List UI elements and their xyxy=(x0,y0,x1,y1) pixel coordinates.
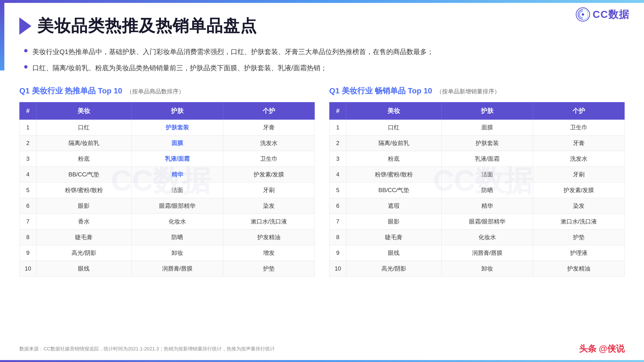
table2-col-skincare: 护肤 xyxy=(441,102,533,119)
table-row: 7眼影眼霜/眼部精华漱口水/洗口液 xyxy=(330,214,625,229)
table-cell: 洗发水 xyxy=(533,151,624,167)
table2-block: Q1 美妆行业 畅销单品 Top 10 （按单品新增销量排序） # 美妆 护肤 … xyxy=(329,86,625,277)
table-cell: 护垫 xyxy=(223,261,314,276)
table-cell: 牙膏 xyxy=(533,135,624,151)
table-cell: 隔离/妆前乳 xyxy=(36,135,132,151)
table2-subtitle: （按单品新增销量排序） xyxy=(436,88,500,95)
left-accent-bar xyxy=(0,3,4,70)
table-cell: 眼霜/眼部精华 xyxy=(441,214,533,229)
table1-body: 1口红护肤套装牙膏2隔离/妆前乳面膜洗发水3粉底乳液/面霜卫生巾4BB/CC/气… xyxy=(20,119,315,276)
table1-col-skincare: 护肤 xyxy=(132,102,223,119)
table-cell: 卫生巾 xyxy=(533,119,624,135)
table-row: 9高光/阴影卸妆增发 xyxy=(20,245,315,261)
table-cell: 护发素/发膜 xyxy=(223,167,314,182)
table-cell: 口红 xyxy=(36,119,132,135)
table-cell: 8 xyxy=(20,229,36,245)
table-cell: 10 xyxy=(20,261,36,276)
table-row: 2隔离/妆前乳面膜洗发水 xyxy=(20,135,315,151)
table-cell: 7 xyxy=(330,214,346,229)
table-row: 6遮瑕精华染发 xyxy=(330,198,625,214)
table-cell: 高光/阴影 xyxy=(36,245,132,261)
logo-text: CC数据 xyxy=(592,8,630,21)
table1-col-personal: 个护 xyxy=(223,102,314,119)
table-row: 4BB/CC/气垫精华护发素/发膜 xyxy=(20,167,315,182)
table-cell: 睫毛膏 xyxy=(36,229,132,245)
table-cell: 7 xyxy=(20,214,36,229)
table-cell: 9 xyxy=(20,245,36,261)
table-cell: 3 xyxy=(330,151,346,167)
table1-col-hash: # xyxy=(20,102,36,119)
table-cell: 9 xyxy=(330,245,346,261)
table2-body: 1口红面膜卫生巾2隔离/妆前乳护肤套装牙膏3粉底乳液/面霜洗发水4粉饼/蜜粉/散… xyxy=(330,119,625,276)
table-cell: 隔离/妆前乳 xyxy=(346,135,442,151)
table2-header-row: # 美妆 护肤 个护 xyxy=(330,102,625,119)
table2-col-beauty: 美妆 xyxy=(346,102,442,119)
table-cell: 乳液/面霜 xyxy=(441,151,533,167)
table-row: 2隔离/妆前乳护肤套装牙膏 xyxy=(330,135,625,151)
table-cell: 眼线 xyxy=(346,245,442,261)
table-cell: 防晒 xyxy=(132,229,223,245)
table-cell: 染发 xyxy=(533,198,624,214)
table-cell: 化妆水 xyxy=(441,229,533,245)
table-cell: 增发 xyxy=(223,245,314,261)
footer-brand: 头条 @侠说 xyxy=(579,343,625,355)
bullet-item-1: 美妆行业Q1热推单品中，基础护肤、入门彩妆单品消费需求强烈，口红、护肤套装、牙膏… xyxy=(24,46,625,57)
table-cell: 精华 xyxy=(132,167,223,182)
bullet-text-2: 口红、隔离/妆前乳、粉底为美妆品类热销销量前三，护肤品类下面膜、护肤套装、乳液/… xyxy=(32,63,327,74)
table-row: 1口红护肤套装牙膏 xyxy=(20,119,315,135)
table-cell: 4 xyxy=(330,167,346,182)
table1-header-row: # 美妆 护肤 个护 xyxy=(20,102,315,119)
table-cell: 6 xyxy=(330,198,346,214)
table-cell: 护理液 xyxy=(533,245,624,261)
table-row: 9眼线润唇膏/唇膜护理液 xyxy=(330,245,625,261)
table-cell: 遮瑕 xyxy=(346,198,442,214)
page-content: 美妆品类热推及热销单品盘点 美妆行业Q1热推单品中，基础护肤、入门彩妆单品消费需… xyxy=(0,3,644,286)
table-row: 5BB/CC/气垫防晒护发素/发膜 xyxy=(330,182,625,198)
table-cell: 面膜 xyxy=(441,119,533,135)
table-cell: 高光/阴影 xyxy=(346,261,442,276)
table-cell: 2 xyxy=(20,135,36,151)
bullet-text-1: 美妆行业Q1热推单品中，基础护肤、入门彩妆单品消费需求强烈，口红、护肤套装、牙膏… xyxy=(32,46,434,57)
table-cell: 漱口水/洗口液 xyxy=(533,214,624,229)
table-cell: 护发精油 xyxy=(533,261,624,276)
table-cell: 乳液/面霜 xyxy=(132,151,223,167)
table-row: 8睫毛膏防晒护发精油 xyxy=(20,229,315,245)
table2-title: Q1 美妆行业 畅销单品 Top 10 （按单品新增销量排序） xyxy=(329,86,625,96)
top-gradient-bar xyxy=(0,0,644,3)
table-row: 3粉底乳液/面霜洗发水 xyxy=(330,151,625,167)
table2-col-personal: 个护 xyxy=(533,102,624,119)
table-row: 10高光/阴影卸妆护发精油 xyxy=(330,261,625,276)
table-cell: 卫生巾 xyxy=(223,151,314,167)
table-row: 6眼影眼霜/眼部精华染发 xyxy=(20,198,315,214)
table-cell: 6 xyxy=(20,198,36,214)
table2-title-text: Q1 美妆行业 畅销单品 Top 10 xyxy=(329,86,432,95)
bullet-dot-1 xyxy=(24,49,28,52)
logo-area: CC数据 xyxy=(576,7,630,22)
table-row: 1口红面膜卫生巾 xyxy=(330,119,625,135)
table-cell: 漱口水/洗口液 xyxy=(223,214,314,229)
table-cell: 染发 xyxy=(223,198,314,214)
table-cell: 眼线 xyxy=(36,261,132,276)
bullet-item-2: 口红、隔离/妆前乳、粉底为美妆品类热销销量前三，护肤品类下面膜、护肤套装、乳液/… xyxy=(24,63,625,74)
table1-title: Q1 美妆行业 热推单品 Top 10 （按单品商品数排序） xyxy=(19,86,315,96)
table-cell: 精华 xyxy=(441,198,533,214)
table-cell: 护垫 xyxy=(533,229,624,245)
table-row: 3粉底乳液/面霜卫生巾 xyxy=(20,151,315,167)
bottom-gradient-bar xyxy=(0,360,644,362)
table-cell: 牙刷 xyxy=(223,182,314,198)
table-cell: 卸妆 xyxy=(132,245,223,261)
table1-block: Q1 美妆行业 热推单品 Top 10 （按单品商品数排序） # 美妆 护肤 个… xyxy=(19,86,315,277)
table-row: 10眼线润唇膏/唇膜护垫 xyxy=(20,261,315,276)
table-cell: 睫毛膏 xyxy=(346,229,442,245)
table2-col-hash: # xyxy=(330,102,346,119)
table-cell: 眼影 xyxy=(346,214,442,229)
cc-logo-icon xyxy=(576,7,590,22)
bullet-section: 美妆行业Q1热推单品中，基础护肤、入门彩妆单品消费需求强烈，口红、护肤套装、牙膏… xyxy=(19,46,625,74)
table-cell: 口红 xyxy=(346,119,442,135)
table-row: 7香水化妆水漱口水/洗口液 xyxy=(20,214,315,229)
table-cell: 洗发水 xyxy=(223,135,314,151)
table-cell: 润唇膏/唇膜 xyxy=(132,261,223,276)
table-cell: 眼影 xyxy=(36,198,132,214)
table-row: 8睫毛膏化妆水护垫 xyxy=(330,229,625,245)
tables-section: Q1 美妆行业 热推单品 Top 10 （按单品商品数排序） # 美妆 护肤 个… xyxy=(19,86,625,277)
